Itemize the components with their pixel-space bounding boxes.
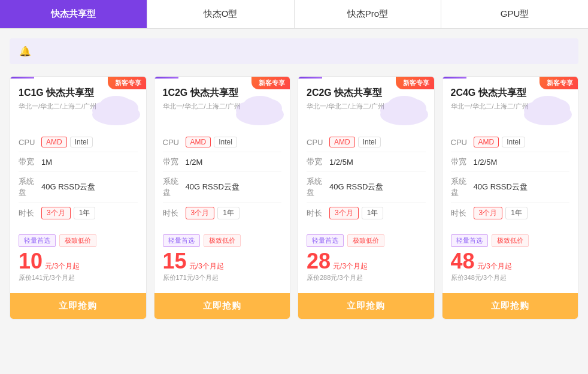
- spec-row-bandwidth-3: 带宽1/2/5M: [451, 152, 570, 172]
- cpu-tags-2: AMDIntel: [329, 137, 381, 147]
- cloud-decoration-2: [377, 91, 431, 126]
- card-3: 新客专享 2C4G 快杰共享型华北一/华北二/上海二/广州CPUAMDIntel…: [442, 76, 579, 319]
- cpu-tag-amd-1[interactable]: AMD: [186, 137, 211, 147]
- duration-label-2: 时长: [307, 208, 329, 219]
- tag-red-3: 极致低价: [492, 234, 529, 247]
- tag-light-0: 轻量首选: [19, 234, 56, 247]
- buy-button-3[interactable]: 立即抢购: [442, 293, 578, 319]
- disk-value-1: 40G RSSD云盘: [186, 182, 240, 192]
- tag-light-2: 轻量首选: [307, 234, 344, 247]
- bandwidth-label-1: 带宽: [163, 156, 186, 167]
- spec-row-cpu-2: CPUAMDIntel: [307, 132, 426, 152]
- cpu-label-0: CPU: [19, 138, 41, 147]
- cpu-tag-intel-1[interactable]: Intel: [214, 137, 237, 147]
- price-big-1: 15: [163, 251, 187, 272]
- spec-row-duration-2: 时长3个月1年: [307, 203, 426, 224]
- spec-row-cpu-1: CPUAMDIntel: [163, 132, 282, 152]
- tab-pro[interactable]: 快杰Pro型: [295, 0, 442, 28]
- duration-tag-0-1年[interactable]: 1年: [74, 207, 96, 219]
- bandwidth-value-3: 1/2/5M: [474, 158, 498, 167]
- cpu-tags-0: AMDIntel: [41, 137, 93, 147]
- duration-tags-3: 3个月1年: [474, 207, 528, 219]
- card-body-3: CPUAMDIntel带宽1/2/5M系统盘40G RSSD云盘时长3个月1年: [442, 126, 578, 230]
- cpu-tags-1: AMDIntel: [186, 137, 237, 147]
- spec-row-duration-1: 时长3个月1年: [163, 203, 282, 224]
- card-body-2: CPUAMDIntel带宽1/2/5M系统盘40G RSSD云盘时长3个月1年: [298, 126, 434, 230]
- cpu-label-1: CPU: [163, 138, 186, 147]
- cpu-tag-intel-0[interactable]: Intel: [70, 137, 93, 147]
- cpu-label-2: CPU: [307, 138, 329, 147]
- price-row-3: 48元/3个月起: [451, 251, 570, 272]
- price-section-1: 轻量首选极致低价15元/3个月起原价171元/3个月起: [154, 230, 290, 282]
- disk-label-3: 系统盘: [451, 176, 474, 198]
- cards-container: 新客专享 1C1G 快杰共享型华北一/华北二/上海二/广州CPUAMDIntel…: [0, 70, 588, 331]
- buy-button-0[interactable]: 立即抢购: [10, 293, 146, 319]
- buy-button-2[interactable]: 立即抢购: [298, 293, 434, 319]
- spec-row-disk-0: 系统盘40G RSSD云盘: [19, 172, 138, 203]
- tag-light-1: 轻量首选: [163, 234, 200, 247]
- tab-shared[interactable]: 快杰共享型: [0, 0, 147, 28]
- spec-row-duration-3: 时长3个月1年: [451, 203, 570, 224]
- duration-tag-3-1年[interactable]: 1年: [505, 207, 528, 219]
- cpu-tag-intel-3[interactable]: Intel: [502, 137, 525, 147]
- duration-label-3: 时长: [451, 208, 474, 219]
- cpu-tags-3: AMDIntel: [474, 137, 525, 147]
- price-original-3: 原价348元/3个月起: [451, 273, 570, 282]
- notice-icon: 🔔: [19, 46, 31, 57]
- duration-tag-2-3个月[interactable]: 3个月: [329, 207, 359, 219]
- duration-tags-1: 3个月1年: [186, 207, 240, 219]
- price-big-3: 48: [451, 251, 475, 272]
- cpu-tag-amd-2[interactable]: AMD: [329, 137, 355, 147]
- card-1: 新客专享 1C2G 快杰共享型华北一/华北二/上海二/广州CPUAMDIntel…: [154, 76, 291, 319]
- duration-tag-1-1年[interactable]: 1年: [217, 207, 240, 219]
- notice-bar: 🔔: [10, 38, 578, 64]
- duration-tags-0: 3个月1年: [41, 207, 95, 219]
- price-row-1: 15元/3个月起: [163, 251, 282, 272]
- spec-row-disk-3: 系统盘40G RSSD云盘: [451, 172, 570, 203]
- tab-o[interactable]: 快杰O型: [147, 0, 295, 28]
- bandwidth-value-2: 1/2/5M: [329, 158, 353, 167]
- spec-row-disk-1: 系统盘40G RSSD云盘: [163, 172, 282, 203]
- card-body-1: CPUAMDIntel带宽1/2M系统盘40G RSSD云盘时长3个月1年: [154, 126, 290, 230]
- cloud-decoration-3: [521, 91, 575, 126]
- price-section-0: 轻量首选极致低价10元/3个月起原价141元/3个月起: [10, 230, 146, 282]
- price-row-2: 28元/3个月起: [307, 251, 426, 272]
- price-original-2: 原价288元/3个月起: [307, 273, 426, 282]
- cpu-tag-amd-3[interactable]: AMD: [474, 137, 499, 147]
- cpu-tag-amd-0[interactable]: AMD: [41, 137, 67, 147]
- card-header-1: 1C2G 快杰共享型华北一/华北二/上海二/广州: [154, 79, 290, 126]
- duration-label-0: 时长: [19, 208, 41, 219]
- cloud-decoration-1: [233, 91, 287, 126]
- cpu-tag-intel-2[interactable]: Intel: [358, 137, 381, 147]
- price-unit-0: 元/3个月起: [45, 261, 80, 272]
- tabs-bar: 快杰共享型快杰O型快杰Pro型GPU型: [0, 0, 588, 29]
- svg-point-3: [99, 96, 133, 115]
- price-original-0: 原价141元/3个月起: [19, 273, 138, 282]
- bandwidth-label-0: 带宽: [19, 156, 41, 167]
- card-2: 新客专享 2C2G 快杰共享型华北一/华北二/上海二/广州CPUAMDIntel…: [298, 76, 435, 319]
- duration-tag-1-3个月[interactable]: 3个月: [186, 207, 215, 219]
- spec-row-cpu-0: CPUAMDIntel: [19, 132, 138, 152]
- spec-row-cpu-3: CPUAMDIntel: [451, 132, 570, 152]
- price-unit-2: 元/3个月起: [333, 261, 368, 272]
- tab-gpu[interactable]: GPU型: [441, 0, 588, 28]
- tag-row-0: 轻量首选极致低价: [19, 234, 138, 247]
- disk-value-0: 40G RSSD云盘: [41, 182, 95, 192]
- svg-point-15: [531, 96, 565, 115]
- bandwidth-label-2: 带宽: [307, 156, 329, 167]
- spec-row-disk-2: 系统盘40G RSSD云盘: [307, 172, 426, 203]
- duration-tag-0-3个月[interactable]: 3个月: [41, 207, 71, 219]
- tag-row-1: 轻量首选极致低价: [163, 234, 282, 247]
- price-unit-3: 元/3个月起: [477, 261, 512, 272]
- bandwidth-value-0: 1M: [41, 158, 52, 167]
- duration-tag-3-3个月[interactable]: 3个月: [474, 207, 503, 219]
- card-body-0: CPUAMDIntel带宽1M系统盘40G RSSD云盘时长3个月1年: [10, 126, 146, 230]
- buy-button-1[interactable]: 立即抢购: [154, 293, 290, 319]
- duration-tag-2-1年[interactable]: 1年: [362, 207, 384, 219]
- spec-row-bandwidth-0: 带宽1M: [19, 152, 138, 172]
- tag-row-3: 轻量首选极致低价: [451, 234, 570, 247]
- tag-red-1: 极致低价: [204, 234, 241, 247]
- disk-label-2: 系统盘: [307, 176, 329, 198]
- disk-label-0: 系统盘: [19, 176, 41, 198]
- card-header-0: 1C1G 快杰共享型华北一/华北二/上海二/广州: [10, 79, 146, 126]
